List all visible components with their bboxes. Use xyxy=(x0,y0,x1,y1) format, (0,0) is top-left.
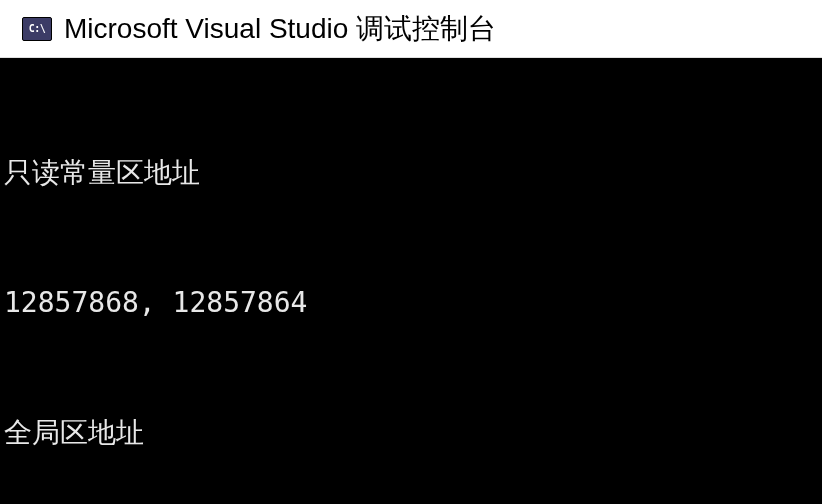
console-line: 只读常量区地址 xyxy=(4,151,818,194)
console-line: 全局区地址 xyxy=(4,411,818,454)
console-output[interactable]: 只读常量区地址 12857868, 12857864 全局区地址 1286556… xyxy=(0,58,822,504)
window-title: Microsoft Visual Studio 调试控制台 xyxy=(64,10,496,48)
titlebar: C:\ Microsoft Visual Studio 调试控制台 xyxy=(0,0,822,58)
console-line: 12857868, 12857864 xyxy=(4,281,818,324)
console-app-icon-label: C:\ xyxy=(29,23,46,34)
console-app-icon: C:\ xyxy=(22,17,52,41)
